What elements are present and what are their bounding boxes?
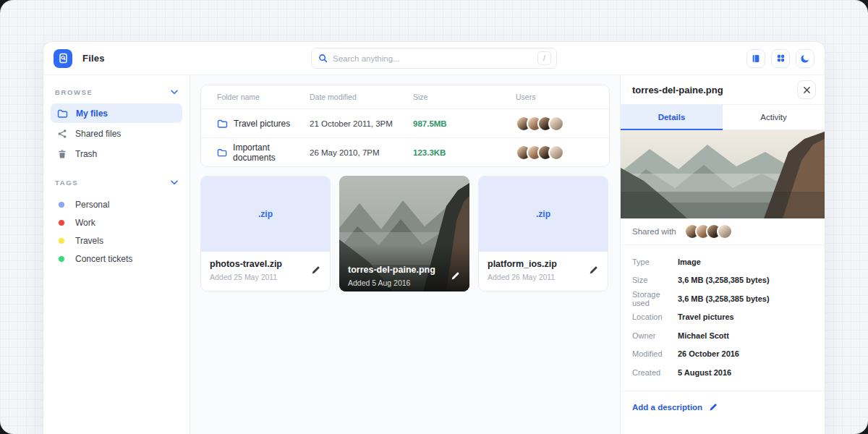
tag-dot-red [59, 220, 64, 226]
file-cards: .zip photos-travel.zip Added 25 May 2011 [200, 176, 610, 292]
search-shortcut-badge: / [537, 51, 551, 65]
add-description-button[interactable]: Add a description [621, 391, 825, 423]
file-card-platform-ios-zip[interactable]: .zip platform_ios.zip Added 26 May 2011 [478, 176, 608, 292]
avatar [548, 116, 564, 132]
property-row-storage-used: Storage used 3,6 MB (3,258,385 bytes) [632, 289, 813, 308]
date-modified: 21 October 2011, 3PM [310, 119, 413, 128]
shared-with-label: Shared with [632, 227, 676, 236]
close-icon [803, 86, 811, 94]
tab-activity[interactable]: Activity [723, 105, 825, 130]
property-label: Type [632, 258, 678, 266]
file-name: photos-travel.zip [210, 259, 282, 269]
property-value: Image [678, 258, 701, 266]
shared-avatar-stack [684, 224, 733, 239]
pencil-icon [310, 265, 321, 276]
tag-item-concert-tickets[interactable]: Concert tickets [51, 250, 182, 268]
avatar [548, 145, 564, 161]
search-bar[interactable]: / [311, 48, 557, 69]
tag-item-work[interactable]: Work [51, 213, 182, 231]
header-actions [746, 49, 814, 68]
property-row-owner: Owner Michael Scott [632, 326, 813, 345]
property-label: Owner [632, 331, 678, 340]
column-header-folder-name: Folder name [217, 93, 310, 101]
sidebar-item-trash[interactable]: Trash [51, 144, 182, 163]
file-card-photos-travel-zip[interactable]: .zip photos-travel.zip Added 25 May 2011 [200, 176, 331, 292]
main-content: Folder name Date modified Size Users Tra… [190, 75, 620, 434]
sidebar-item-label: Shared files [75, 129, 121, 139]
tag-dot-yellow [59, 238, 64, 244]
table-row-travel-pictures[interactable]: Travel pictures 21 October 2011, 3PM 987… [201, 109, 609, 137]
dark-mode-button[interactable] [796, 49, 814, 68]
shared-with-row: Shared with [621, 218, 825, 245]
close-panel-button[interactable] [797, 80, 816, 99]
property-label: Size [632, 276, 678, 284]
tag-dot-blue [59, 202, 64, 208]
property-value: Travel pictures [678, 312, 734, 321]
file-added-date: Added 25 May 2011 [210, 273, 282, 281]
details-panel-title: torres-del-paine.png [632, 85, 723, 95]
property-label: Storage used [632, 290, 678, 307]
sidebar-item-label: My files [76, 109, 108, 119]
file-preview-image [621, 130, 825, 218]
property-row-created: Created 5 August 2016 [632, 363, 813, 382]
column-header-size: Size [413, 93, 516, 101]
grid-icon [776, 54, 786, 63]
search-icon [318, 54, 328, 63]
share-icon [57, 129, 67, 139]
tag-item-travels[interactable]: Travels [51, 231, 182, 250]
sidebar-item-my-files[interactable]: My files [51, 103, 182, 123]
file-properties: Type Image Size 3,6 MB (3,258,385 bytes)… [621, 245, 825, 391]
app-logo-icon [54, 49, 72, 68]
file-added-date: Added 26 May 2011 [488, 273, 557, 281]
trash-icon [57, 149, 67, 159]
tag-dot-green [59, 256, 64, 262]
date-modified: 26 May 2010, 7PM [310, 148, 413, 157]
users-avatar-stack [516, 116, 609, 132]
table-row-important-documents[interactable]: Important documents 26 May 2010, 7PM 123… [201, 137, 609, 166]
details-panel: torres-del-paine.png Details Activity [620, 75, 825, 434]
property-label: Created [632, 368, 678, 377]
app-title: Files [82, 53, 105, 64]
edit-file-button[interactable] [450, 271, 461, 281]
tags-list: Personal Work Travels Concert tickets [51, 195, 182, 268]
sidebar-item-shared-files[interactable]: Shared files [51, 124, 182, 143]
library-button[interactable] [746, 49, 765, 68]
chevron-down-icon[interactable] [171, 90, 178, 95]
tag-item-personal[interactable]: Personal [51, 195, 182, 213]
edit-file-button[interactable] [310, 265, 321, 276]
zip-thumbnail: .zip [201, 176, 330, 252]
folder-name: Important documents [233, 142, 310, 163]
property-value: Michael Scott [678, 331, 729, 340]
grid-view-button[interactable] [771, 49, 790, 68]
folder-icon [217, 119, 228, 129]
property-row-size: Size 3,6 MB (3,258,385 bytes) [632, 271, 813, 290]
folder-size: 987.5MB [413, 119, 516, 128]
property-row-location: Location Travel pictures [632, 308, 813, 327]
pencil-icon [588, 265, 599, 276]
zip-extension-badge: .zip [258, 209, 273, 219]
search-input[interactable] [333, 54, 532, 63]
add-description-label: Add a description [632, 403, 702, 412]
zip-thumbnail: .zip [479, 176, 608, 252]
file-card-torres-del-paine-png[interactable]: torres-del-paine.png Added 5 Aug 2016 [339, 176, 469, 292]
table-header-row: Folder name Date modified Size Users [201, 85, 609, 109]
property-value: 3,6 MB (3,258,385 bytes) [678, 294, 770, 303]
tab-details[interactable]: Details [621, 105, 723, 130]
avatar [717, 224, 733, 239]
chevron-down-icon[interactable] [171, 180, 178, 185]
folder-name: Travel pictures [234, 119, 290, 129]
tag-label: Personal [75, 200, 109, 210]
browse-section-header[interactable]: BROWSE [51, 87, 182, 103]
column-header-date-modified: Date modified [310, 93, 413, 101]
tag-label: Travels [75, 236, 103, 246]
property-row-type: Type Image [632, 252, 813, 271]
column-header-users: Users [516, 93, 609, 101]
folder-size: 123.3KB [413, 148, 516, 157]
file-name: platform_ios.zip [488, 259, 557, 269]
tags-section-header[interactable]: TAGS [51, 177, 182, 194]
users-avatar-stack [516, 145, 609, 161]
files-app-window: Files / [43, 42, 825, 434]
desktop-background: Files / [0, 0, 868, 434]
browse-section-label: BROWSE [55, 88, 93, 96]
edit-file-button[interactable] [588, 265, 599, 276]
